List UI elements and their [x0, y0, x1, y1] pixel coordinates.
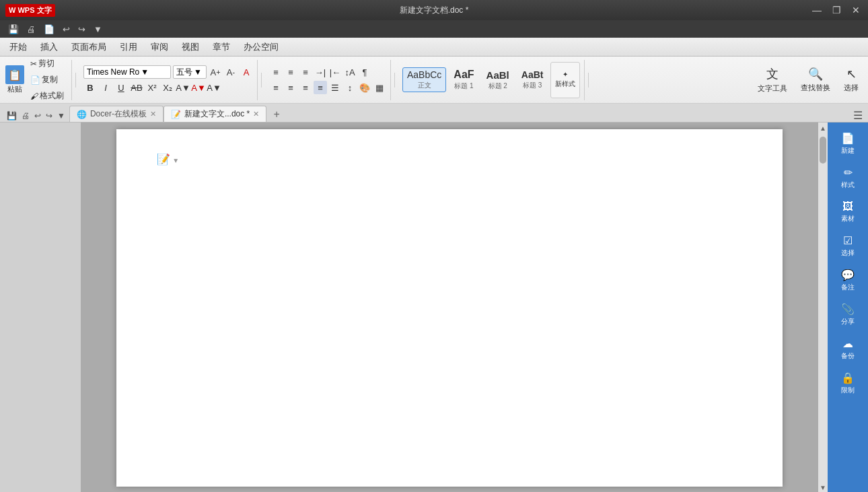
new-style-label: 新样式: [555, 79, 575, 89]
document-page[interactable]: 📝 ▼: [116, 129, 783, 487]
cut-button[interactable]: ✂ 剪切: [27, 57, 67, 71]
superscript-button[interactable]: X²: [145, 81, 159, 94]
rp-limit-button[interactable]: 🔒 限制: [830, 367, 866, 399]
numbered-list-button[interactable]: ≡: [284, 65, 297, 79]
wps-logo[interactable]: W WPS 文字: [5, 4, 55, 17]
paste-label: 粘贴: [7, 84, 22, 94]
select-button[interactable]: ↖ 选择: [838, 65, 864, 95]
sort-button[interactable]: ↕A: [343, 65, 357, 79]
add-tab-button[interactable]: +: [269, 107, 284, 122]
increase-font-button[interactable]: A+: [209, 65, 222, 79]
bold-button[interactable]: B: [83, 81, 97, 94]
print-button[interactable]: 🖨: [24, 23, 38, 36]
highlight-button[interactable]: A▼: [176, 81, 190, 94]
menu-chapter[interactable]: 章节: [206, 38, 237, 56]
indent-right-button[interactable]: →|: [314, 65, 327, 79]
undo-button[interactable]: ↩: [60, 23, 73, 36]
outline-list-button[interactable]: ≡: [299, 65, 312, 79]
tab-docer-close[interactable]: ✕: [150, 110, 156, 118]
borders-button[interactable]: ▦: [373, 81, 386, 94]
para-row1: ≡ ≡ ≡ →| |← ↕A ¶: [269, 65, 386, 79]
rp-style-label: 样式: [841, 180, 855, 190]
font-color-button[interactable]: A: [240, 65, 253, 79]
menu-reference[interactable]: 引用: [113, 38, 144, 56]
para-shading-button[interactable]: 🎨: [358, 81, 371, 94]
vertical-scrollbar[interactable]: ▲ ▼: [818, 122, 828, 492]
rp-select-icon: ☑: [843, 234, 853, 247]
separator2: [261, 73, 262, 87]
tab-newdoc[interactable]: 📝 新建文字文...doc * ✕: [164, 106, 266, 122]
strikethrough-button[interactable]: AB: [130, 81, 143, 94]
bullet-list-button[interactable]: ≡: [269, 65, 283, 79]
menu-office[interactable]: 办公空间: [237, 38, 285, 56]
menu-view[interactable]: 视图: [175, 38, 206, 56]
rp-share-button[interactable]: 📎 分享: [830, 299, 866, 330]
rp-select-button[interactable]: ☑ 选择: [830, 230, 866, 262]
new-style-icon: ✦: [563, 71, 568, 78]
rp-comment-button[interactable]: 💬 备注: [830, 265, 866, 296]
style-heading1[interactable]: AaF 标题 1: [449, 67, 478, 93]
line-spacing-button[interactable]: ↕: [343, 81, 357, 94]
qa-redo[interactable]: ↪: [44, 110, 54, 122]
align-right-button[interactable]: ≡: [299, 81, 312, 94]
rp-material-button[interactable]: 🖼 素材: [830, 197, 866, 227]
menu-start[interactable]: 开始: [3, 38, 34, 56]
rp-backup-button[interactable]: ☁ 备份: [830, 333, 866, 365]
align-left-button[interactable]: ≡: [269, 81, 283, 94]
menu-bar: 开始 插入 页面布局 引用 审阅 视图 章节 办公空间: [0, 38, 868, 57]
font-size-select[interactable]: 五号 ▼: [173, 65, 207, 79]
style-normal[interactable]: AaBbCc 正文: [402, 67, 446, 92]
find-replace-button[interactable]: 🔍 查找替换: [795, 65, 836, 95]
tab-list-button[interactable]: ☰: [851, 109, 865, 122]
paste-button[interactable]: 📋 粘贴: [5, 65, 24, 94]
text-color-button[interactable]: A▼: [192, 81, 205, 94]
show-marks-button[interactable]: ¶: [358, 65, 371, 79]
rp-backup-icon: ☁: [842, 337, 853, 350]
rp-style-button[interactable]: ✏ 样式: [830, 162, 866, 194]
subscript-button[interactable]: X₂: [161, 81, 174, 94]
minimize-button[interactable]: —: [809, 5, 824, 15]
format-painter-button[interactable]: 🖌 格式刷: [27, 89, 67, 103]
qa-save[interactable]: 💾: [5, 110, 18, 122]
redo-button[interactable]: ↪: [75, 23, 88, 36]
save-button[interactable]: 💾: [5, 23, 22, 36]
find-replace-label: 查找替换: [801, 83, 830, 93]
rp-new-label: 新建: [841, 146, 855, 155]
styles-section: AaBbCc 正文 AaF 标题 1 AaBl 标题 2 AaBt 标题 3 ✦…: [398, 60, 585, 100]
scroll-down-arrow[interactable]: ▼: [818, 482, 828, 492]
style-heading3[interactable]: AaBt 标题 3: [517, 67, 548, 92]
font-name-select[interactable]: Times New Ro ▼: [83, 65, 171, 79]
text-tools-button[interactable]: 文 文字工具: [752, 64, 793, 96]
copy-icon: 📄: [30, 75, 40, 85]
rp-new-button[interactable]: 📄 新建: [830, 128, 866, 160]
char-shading-button[interactable]: A▼: [207, 81, 221, 94]
underline-button[interactable]: U: [114, 81, 128, 94]
scroll-up-arrow[interactable]: ▲: [818, 122, 828, 134]
copy-button[interactable]: 📄 复制: [27, 73, 67, 87]
new-doc-button[interactable]: 📄: [41, 23, 57, 36]
font-size-value: 五号: [176, 67, 192, 78]
new-style-button[interactable]: ✦ 新样式: [550, 62, 580, 98]
rp-limit-label: 限制: [841, 386, 855, 395]
decrease-font-button[interactable]: A-: [224, 65, 238, 79]
style-heading2[interactable]: AaBl 标题 2: [482, 67, 514, 93]
menu-insert[interactable]: 插入: [34, 38, 65, 56]
tab-docer[interactable]: 🌐 Docer-在线模板 ✕: [69, 106, 164, 122]
justify-button[interactable]: ≡: [314, 81, 327, 94]
qa-undo[interactable]: ↩: [33, 110, 42, 122]
scroll-thumb[interactable]: [820, 137, 826, 164]
more-qa-button[interactable]: ▼: [91, 23, 105, 36]
align-center-button[interactable]: ≡: [284, 81, 297, 94]
restore-button[interactable]: ❐: [830, 5, 844, 15]
column-button[interactable]: ☰: [328, 81, 342, 94]
indent-left-button[interactable]: |←: [328, 65, 342, 79]
menu-page-layout[interactable]: 页面布局: [65, 38, 113, 56]
format-painter-icon: 🖌: [30, 92, 38, 101]
italic-button[interactable]: I: [99, 81, 112, 94]
close-button[interactable]: ✕: [849, 5, 863, 15]
menu-review[interactable]: 审阅: [144, 38, 175, 56]
qa-more[interactable]: ▼: [56, 110, 67, 122]
qa-print[interactable]: 🖨: [20, 110, 31, 122]
tab-newdoc-close[interactable]: ✕: [253, 110, 259, 118]
document-area[interactable]: 📝 ▼: [81, 122, 818, 492]
